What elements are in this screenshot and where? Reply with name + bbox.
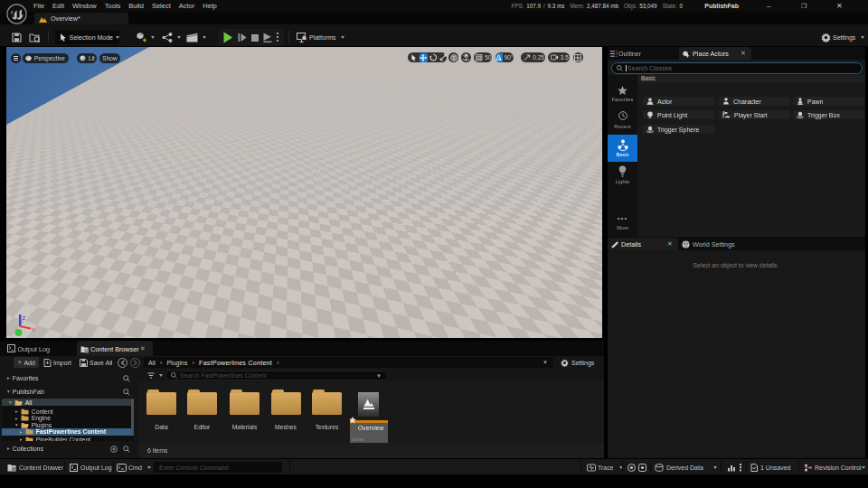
svg-text:x: x: [32, 325, 35, 333]
svg-text:z: z: [23, 314, 26, 322]
